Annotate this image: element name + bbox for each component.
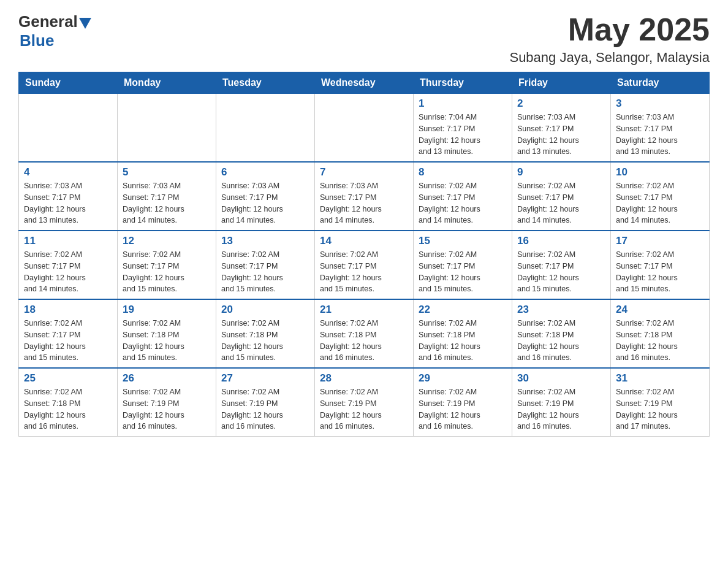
day-number: 26: [123, 372, 211, 385]
day-number: 22: [419, 304, 507, 316]
calendar-table: SundayMondayTuesdayWednesdayThursdayFrid…: [18, 72, 710, 437]
day-info: Sunrise: 7:02 AM Sunset: 7:18 PM Dayligh…: [517, 318, 605, 364]
day-info: Sunrise: 7:02 AM Sunset: 7:19 PM Dayligh…: [123, 386, 211, 432]
day-number: 28: [320, 372, 408, 385]
calendar-cell: 23Sunrise: 7:02 AM Sunset: 7:18 PM Dayli…: [512, 299, 611, 368]
day-info: Sunrise: 7:02 AM Sunset: 7:17 PM Dayligh…: [320, 249, 408, 295]
day-info: Sunrise: 7:03 AM Sunset: 7:17 PM Dayligh…: [123, 180, 211, 226]
day-info: Sunrise: 7:02 AM Sunset: 7:17 PM Dayligh…: [123, 249, 211, 295]
weekday-header-tuesday: Tuesday: [216, 72, 315, 94]
day-number: 18: [24, 304, 112, 316]
day-info: Sunrise: 7:03 AM Sunset: 7:17 PM Dayligh…: [24, 180, 112, 226]
calendar-cell: [315, 94, 414, 163]
day-number: 29: [419, 372, 507, 385]
page-header: General Blue May 2025 Subang Jaya, Selan…: [18, 12, 710, 66]
day-info: Sunrise: 7:02 AM Sunset: 7:19 PM Dayligh…: [517, 386, 605, 432]
weekday-header-monday: Monday: [118, 72, 216, 94]
day-info: Sunrise: 7:02 AM Sunset: 7:17 PM Dayligh…: [24, 249, 112, 295]
day-info: Sunrise: 7:02 AM Sunset: 7:18 PM Dayligh…: [221, 318, 309, 364]
day-info: Sunrise: 7:02 AM Sunset: 7:17 PM Dayligh…: [221, 249, 309, 295]
month-title: May 2025: [509, 12, 710, 47]
day-info: Sunrise: 7:02 AM Sunset: 7:18 PM Dayligh…: [123, 318, 211, 364]
day-info: Sunrise: 7:02 AM Sunset: 7:18 PM Dayligh…: [24, 386, 112, 432]
calendar-cell: 3Sunrise: 7:03 AM Sunset: 7:17 PM Daylig…: [611, 94, 710, 163]
day-number: 21: [320, 304, 408, 316]
day-info: Sunrise: 7:03 AM Sunset: 7:17 PM Dayligh…: [616, 112, 704, 158]
day-number: 13: [221, 235, 309, 247]
calendar-cell: 21Sunrise: 7:02 AM Sunset: 7:18 PM Dayli…: [315, 299, 414, 368]
day-number: 9: [517, 166, 605, 178]
calendar-week-row: 18Sunrise: 7:02 AM Sunset: 7:17 PM Dayli…: [19, 299, 710, 368]
calendar-cell: 20Sunrise: 7:02 AM Sunset: 7:18 PM Dayli…: [216, 299, 315, 368]
day-number: 15: [419, 235, 507, 247]
weekday-header-sunday: Sunday: [19, 72, 118, 94]
calendar-cell: 27Sunrise: 7:02 AM Sunset: 7:19 PM Dayli…: [216, 368, 315, 437]
calendar-cell: [118, 94, 216, 163]
day-info: Sunrise: 7:02 AM Sunset: 7:17 PM Dayligh…: [419, 180, 507, 226]
day-number: 7: [320, 166, 408, 178]
day-info: Sunrise: 7:02 AM Sunset: 7:19 PM Dayligh…: [419, 386, 507, 432]
calendar-cell: [216, 94, 315, 163]
day-number: 20: [221, 304, 309, 316]
day-number: 23: [517, 304, 605, 316]
day-info: Sunrise: 7:02 AM Sunset: 7:17 PM Dayligh…: [517, 180, 605, 226]
day-number: 30: [517, 372, 605, 385]
day-info: Sunrise: 7:02 AM Sunset: 7:17 PM Dayligh…: [24, 318, 112, 364]
location-title: Subang Jaya, Selangor, Malaysia: [509, 50, 710, 66]
day-number: 17: [616, 235, 704, 247]
day-number: 19: [123, 304, 211, 316]
calendar-cell: 30Sunrise: 7:02 AM Sunset: 7:19 PM Dayli…: [512, 368, 611, 437]
calendar-cell: 26Sunrise: 7:02 AM Sunset: 7:19 PM Dayli…: [118, 368, 216, 437]
weekday-header-saturday: Saturday: [611, 72, 710, 94]
calendar-cell: 19Sunrise: 7:02 AM Sunset: 7:18 PM Dayli…: [118, 299, 216, 368]
calendar-cell: 22Sunrise: 7:02 AM Sunset: 7:18 PM Dayli…: [414, 299, 512, 368]
day-number: 24: [616, 304, 704, 316]
day-info: Sunrise: 7:02 AM Sunset: 7:17 PM Dayligh…: [517, 249, 605, 295]
calendar-cell: 10Sunrise: 7:02 AM Sunset: 7:17 PM Dayli…: [611, 162, 710, 231]
calendar-cell: [19, 94, 118, 163]
day-number: 8: [419, 166, 507, 178]
calendar-cell: 17Sunrise: 7:02 AM Sunset: 7:17 PM Dayli…: [611, 231, 710, 299]
calendar-cell: 4Sunrise: 7:03 AM Sunset: 7:17 PM Daylig…: [19, 162, 118, 231]
day-info: Sunrise: 7:02 AM Sunset: 7:19 PM Dayligh…: [616, 386, 704, 432]
calendar-cell: 9Sunrise: 7:02 AM Sunset: 7:17 PM Daylig…: [512, 162, 611, 231]
day-number: 1: [419, 98, 507, 110]
calendar-cell: 29Sunrise: 7:02 AM Sunset: 7:19 PM Dayli…: [414, 368, 512, 437]
calendar-cell: 15Sunrise: 7:02 AM Sunset: 7:17 PM Dayli…: [414, 231, 512, 299]
calendar-cell: 7Sunrise: 7:03 AM Sunset: 7:17 PM Daylig…: [315, 162, 414, 231]
weekday-header-friday: Friday: [512, 72, 611, 94]
day-number: 5: [123, 166, 211, 178]
day-info: Sunrise: 7:02 AM Sunset: 7:18 PM Dayligh…: [616, 318, 704, 364]
day-number: 2: [517, 98, 605, 110]
day-number: 16: [517, 235, 605, 247]
calendar-cell: 8Sunrise: 7:02 AM Sunset: 7:17 PM Daylig…: [414, 162, 512, 231]
calendar-cell: 1Sunrise: 7:04 AM Sunset: 7:17 PM Daylig…: [414, 94, 512, 163]
calendar-cell: 18Sunrise: 7:02 AM Sunset: 7:17 PM Dayli…: [19, 299, 118, 368]
calendar-cell: 24Sunrise: 7:02 AM Sunset: 7:18 PM Dayli…: [611, 299, 710, 368]
day-number: 11: [24, 235, 112, 247]
calendar-cell: 6Sunrise: 7:03 AM Sunset: 7:17 PM Daylig…: [216, 162, 315, 231]
logo-general-text: General: [18, 12, 78, 31]
day-number: 6: [221, 166, 309, 178]
calendar-cell: 31Sunrise: 7:02 AM Sunset: 7:19 PM Dayli…: [611, 368, 710, 437]
day-number: 12: [123, 235, 211, 247]
calendar-week-row: 11Sunrise: 7:02 AM Sunset: 7:17 PM Dayli…: [19, 231, 710, 299]
logo-triangle-icon: [79, 18, 91, 29]
calendar-cell: 16Sunrise: 7:02 AM Sunset: 7:17 PM Dayli…: [512, 231, 611, 299]
calendar-cell: 12Sunrise: 7:02 AM Sunset: 7:17 PM Dayli…: [118, 231, 216, 299]
calendar-cell: 5Sunrise: 7:03 AM Sunset: 7:17 PM Daylig…: [118, 162, 216, 231]
day-number: 25: [24, 372, 112, 385]
weekday-header-row: SundayMondayTuesdayWednesdayThursdayFrid…: [19, 72, 710, 94]
day-info: Sunrise: 7:02 AM Sunset: 7:19 PM Dayligh…: [320, 386, 408, 432]
logo-blue-text: Blue: [20, 31, 54, 50]
day-number: 3: [616, 98, 704, 110]
calendar-cell: 25Sunrise: 7:02 AM Sunset: 7:18 PM Dayli…: [19, 368, 118, 437]
weekday-header-wednesday: Wednesday: [315, 72, 414, 94]
calendar-week-row: 25Sunrise: 7:02 AM Sunset: 7:18 PM Dayli…: [19, 368, 710, 437]
day-info: Sunrise: 7:04 AM Sunset: 7:17 PM Dayligh…: [419, 112, 507, 158]
day-info: Sunrise: 7:03 AM Sunset: 7:17 PM Dayligh…: [517, 112, 605, 158]
weekday-header-thursday: Thursday: [414, 72, 512, 94]
logo: General Blue: [18, 12, 91, 50]
day-info: Sunrise: 7:03 AM Sunset: 7:17 PM Dayligh…: [320, 180, 408, 226]
day-number: 31: [616, 372, 704, 385]
